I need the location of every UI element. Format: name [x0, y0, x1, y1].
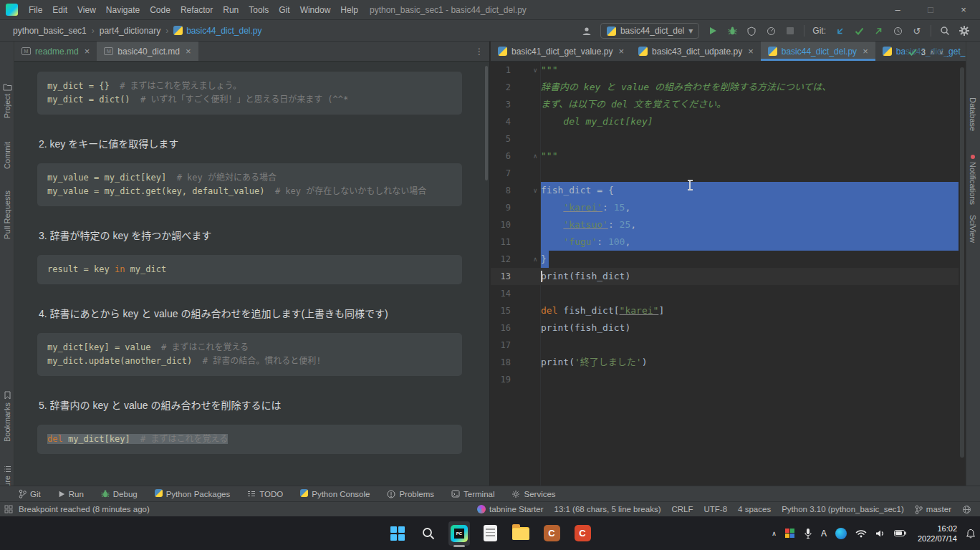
tab-basic43_dict_udpate.py[interactable]: basic43_dict_udpate.py× [631, 42, 761, 61]
fold-icon[interactable]: ∧ [511, 251, 541, 268]
editor-line[interactable]: 16print(fish_dict) [491, 319, 959, 337]
maximize-button[interactable]: □ [914, 0, 947, 20]
pycharm-taskbar-icon[interactable]: PC [448, 521, 470, 546]
notification-bell-icon[interactable] [966, 529, 976, 539]
editor-line[interactable]: 6∧""" [491, 148, 959, 165]
sidebar-item-database[interactable]: Database [966, 97, 980, 131]
sidebar-item-commit[interactable]: Commit [0, 142, 14, 169]
close-icon[interactable]: × [186, 46, 191, 57]
edge-browser-icon[interactable] [835, 528, 847, 539]
taskbar-clock[interactable]: 16:02 2022/07/14 [918, 524, 957, 544]
git-commit-button[interactable] [853, 23, 865, 39]
tray-expand-icon[interactable]: ∧ [772, 530, 777, 537]
rollback-button[interactable]: ↺ [911, 23, 923, 39]
file-encoding[interactable]: UTF-8 [704, 505, 728, 513]
settings-gear-icon[interactable] [959, 23, 970, 39]
search-everywhere-icon[interactable] [939, 23, 951, 39]
toolwindow-python-packages[interactable]: Python Packages [155, 489, 231, 498]
toolwindow-git[interactable]: Git [19, 489, 41, 498]
next-problem-icon[interactable]: ∨ [938, 49, 943, 56]
globe-icon[interactable] [962, 505, 971, 514]
file-explorer-icon[interactable] [510, 521, 532, 546]
notepad-taskbar-icon[interactable] [479, 521, 501, 546]
menu-view[interactable]: View [72, 0, 101, 20]
battery-icon[interactable] [894, 530, 906, 536]
menu-help[interactable]: Help [335, 0, 363, 20]
git-update-button[interactable] [834, 23, 845, 39]
stop-button[interactable] [784, 23, 796, 39]
tab-readme.md[interactable]: Mreadme.md× [14, 42, 97, 61]
sidebar-item-bookmarks[interactable]: Bookmarks [0, 391, 14, 442]
editor-scrollbar[interactable] [959, 62, 966, 486]
inspection-widget[interactable]: 3 ∧ ∨ [905, 47, 947, 58]
git-push-button[interactable] [873, 23, 884, 39]
fold-icon[interactable]: ∧ [511, 148, 541, 165]
line-separator[interactable]: CRLF [671, 505, 693, 513]
close-button[interactable]: × [947, 0, 980, 20]
tabnine-status[interactable]: tabnine Starter [477, 505, 543, 513]
menu-code[interactable]: Code [145, 0, 176, 20]
toolwindow-python-console[interactable]: Python Console [300, 489, 370, 498]
fold-icon[interactable]: ∨ [511, 182, 541, 199]
minimize-button[interactable]: – [881, 0, 914, 20]
tab-basic40_dict.md[interactable]: Mbasic40_dict.md× [97, 42, 198, 61]
editor-line[interactable]: 14 [491, 285, 959, 302]
caret-position[interactable]: 13:1 (68 chars, 5 line breaks) [554, 505, 661, 513]
editor-line[interactable]: 1∨""" [491, 62, 959, 79]
more-options-icon[interactable]: ⋮ [475, 47, 484, 57]
profiler-button[interactable] [765, 23, 777, 39]
microphone-icon[interactable] [804, 528, 812, 539]
tab-basic41_dict_get_value.py[interactable]: basic41_dict_get_value.py× [491, 42, 631, 61]
close-icon[interactable]: × [863, 46, 868, 57]
close-icon[interactable]: × [85, 46, 90, 57]
close-icon[interactable]: × [748, 46, 754, 57]
editor-line[interactable]: 19 [491, 371, 959, 388]
sidebar-item-project[interactable]: Project [0, 83, 14, 118]
menu-navigate[interactable]: Navigate [101, 0, 145, 20]
toolwindow-terminal[interactable]: Terminal [451, 490, 494, 498]
editor-line[interactable]: 10 'katsuo': 25, [491, 216, 959, 233]
menu-refactor[interactable]: Refactor [176, 0, 218, 20]
app-c2-icon[interactable]: C [572, 521, 593, 546]
editor-line[interactable]: 17 [491, 337, 959, 354]
editor-line[interactable]: 12∧} [491, 251, 959, 268]
editor-line[interactable]: 7 [491, 165, 959, 182]
app-c1-icon[interactable]: C [541, 521, 562, 546]
sidebar-item-notifications[interactable]: Notifications [966, 155, 980, 205]
taskbar-search-icon[interactable] [418, 521, 439, 546]
menu-window[interactable]: Window [295, 0, 336, 20]
close-icon[interactable]: × [618, 46, 624, 57]
toolwindow-debug[interactable]: Debug [101, 490, 138, 498]
editor-line[interactable]: 9 'karei': 15, [491, 199, 959, 216]
toolwindow-services[interactable]: Services [511, 490, 555, 498]
editor-line[interactable]: 18print('終了しました') [491, 354, 959, 371]
sidebar-item-pull-requests[interactable]: Pull Requests [0, 190, 14, 239]
wifi-icon[interactable] [855, 529, 867, 538]
tray-app-icon[interactable] [785, 529, 795, 539]
debug-button[interactable] [726, 23, 738, 39]
toolwindow-run[interactable]: Run [58, 490, 84, 498]
volume-icon[interactable] [875, 529, 885, 538]
toolwindow-problems[interactable]: Problems [387, 490, 434, 498]
editor-line[interactable]: 13print(fish_dict) [491, 268, 959, 285]
editor-line[interactable]: 8∨fish_dict = { [491, 182, 959, 199]
ime-indicator[interactable]: A [821, 529, 827, 539]
editor-line[interactable]: 5 [491, 130, 959, 148]
status-message[interactable]: Breakpoint reached (8 minutes ago) [19, 505, 150, 513]
editor-line[interactable]: 15del fish_dict["karei"] [491, 302, 959, 319]
editor-line[interactable]: 4 del my_dict[key] [491, 113, 959, 130]
menu-run[interactable]: Run [218, 0, 244, 20]
run-config-selector[interactable]: basic44_dict_del ▾ [600, 23, 699, 39]
editor-line[interactable]: 11 'fugu': 100, [491, 233, 959, 251]
breadcrumb-item[interactable]: basic44_dict_del.py [173, 26, 261, 36]
coverage-button[interactable] [746, 23, 757, 39]
prev-problem-icon[interactable]: ∧ [930, 49, 935, 56]
run-button[interactable] [707, 23, 719, 39]
editor-line[interactable]: 3まず、は以下の del 文を覚えてください。 [491, 96, 959, 113]
menu-edit[interactable]: Edit [47, 0, 72, 20]
sidebar-item-sciview[interactable]: SciView [966, 215, 980, 243]
preview-scrollbar[interactable] [485, 66, 488, 180]
start-button[interactable] [387, 521, 408, 546]
python-interpreter[interactable]: Python 3.10 (python_basic_sec1) [782, 505, 904, 513]
menu-tools[interactable]: Tools [244, 0, 274, 20]
